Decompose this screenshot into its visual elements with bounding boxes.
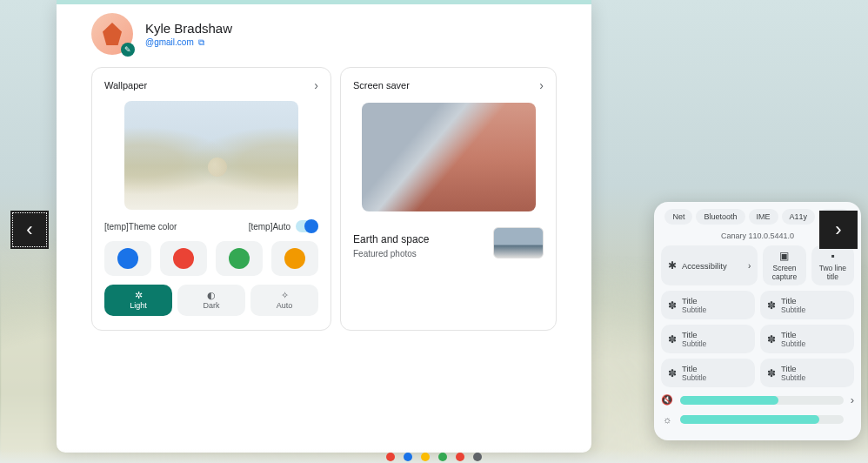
- tile-icon: ✽: [767, 299, 776, 312]
- qs-tile-accessibility[interactable]: ✱ Accessibility ›: [661, 245, 758, 285]
- tile-icon: ✽: [668, 299, 677, 312]
- qs-tile-2[interactable]: ✽ TitleSubtitle: [661, 325, 755, 353]
- mode-dark-label: Dark: [203, 301, 219, 310]
- qs-pill-a11y[interactable]: A11y: [782, 209, 816, 225]
- external-link-icon: ⧉: [198, 37, 204, 48]
- wallpaper-preview[interactable]: [124, 101, 298, 210]
- qs-tile-two-line[interactable]: ▪ Two line title: [811, 245, 854, 285]
- avatar[interactable]: ✎: [91, 13, 133, 55]
- screensaver-card: Screen saver › Earth and space Featured …: [340, 67, 557, 331]
- edit-avatar-icon[interactable]: ✎: [121, 43, 135, 57]
- theme-mode-auto[interactable]: ✧ Auto: [250, 285, 318, 316]
- theme-auto-toggle[interactable]: [296, 220, 318, 232]
- tile-title: Title: [682, 296, 706, 305]
- volume-more-icon[interactable]: ›: [851, 393, 854, 406]
- moon-icon: ◐: [207, 291, 216, 300]
- screensaver-title: Earth and space: [353, 233, 429, 245]
- brightness-slider[interactable]: [680, 415, 844, 424]
- wallpaper-header[interactable]: Wallpaper ›: [104, 78, 318, 92]
- accessibility-icon: ✱: [668, 259, 677, 272]
- wallpaper-card: Wallpaper › [temp]Theme color [temp]Auto: [91, 67, 331, 331]
- tile-sub: Subtitle: [781, 339, 805, 348]
- screen-capture-icon: ▣: [779, 250, 789, 262]
- tile-icon: ▪: [831, 250, 834, 262]
- tile-sub: Subtitle: [781, 305, 805, 314]
- qs-tile-1[interactable]: ✽ TitleSubtitle: [760, 291, 854, 319]
- theme-color-label: [temp]Theme color: [104, 222, 177, 232]
- theme-color-green[interactable]: [216, 241, 263, 276]
- user-header: ✎ Kyle Bradshaw @gmail.com ⧉: [57, 4, 591, 58]
- volume-mute-icon[interactable]: 🔇: [661, 394, 673, 406]
- qs-tile-3[interactable]: ✽ TitleSubtitle: [760, 325, 854, 353]
- qs-pill-ime[interactable]: IME: [749, 209, 778, 225]
- tile-title: Title: [682, 330, 706, 339]
- personalization-window: ✎ Kyle Bradshaw @gmail.com ⧉ Wallpaper ›…: [57, 0, 591, 453]
- theme-color-blue[interactable]: [104, 241, 151, 276]
- qs-pill-bluetooth[interactable]: Bluetooth: [696, 209, 744, 225]
- qs-tile-5[interactable]: ✽ TitleSubtitle: [760, 359, 854, 387]
- qs-screen-capture-label: Screen capture: [765, 264, 803, 281]
- screensaver-preview[interactable]: [362, 103, 536, 211]
- gallery-next-button[interactable]: ›: [819, 211, 858, 249]
- tile-sub: Subtitle: [682, 305, 706, 314]
- tile-sub: Subtitle: [682, 373, 706, 382]
- user-name: Kyle Bradshaw: [145, 21, 232, 36]
- tile-icon: ✽: [767, 367, 776, 379]
- tile-title: Title: [781, 330, 805, 339]
- tile-title: Title: [781, 364, 805, 373]
- shelf: [0, 449, 868, 463]
- qs-tile-0[interactable]: ✽ TitleSubtitle: [661, 291, 755, 319]
- tile-sub: Subtitle: [781, 373, 805, 382]
- qs-pill-net[interactable]: Net: [664, 209, 692, 225]
- user-email-text: @gmail.com: [145, 37, 194, 47]
- theme-color-orange[interactable]: [271, 241, 318, 276]
- tile-icon: ✽: [767, 333, 776, 346]
- chevron-right-icon: ›: [539, 78, 544, 92]
- theme-mode-dark[interactable]: ◐ Dark: [177, 285, 245, 316]
- brightness-icon[interactable]: ☼: [661, 414, 673, 425]
- screensaver-thumbnail[interactable]: [493, 227, 544, 258]
- theme-mode-light[interactable]: ✲ Light: [104, 285, 172, 316]
- tile-title: Title: [682, 364, 706, 373]
- volume-slider[interactable]: [680, 396, 844, 405]
- auto-icon: ✧: [281, 291, 289, 300]
- tile-sub: Subtitle: [682, 339, 706, 348]
- qs-tile-4[interactable]: ✽ TitleSubtitle: [661, 359, 755, 387]
- user-email-link[interactable]: @gmail.com ⧉: [145, 37, 232, 48]
- qs-accessibility-label: Accessibility: [682, 261, 727, 271]
- mode-auto-label: Auto: [277, 301, 293, 310]
- theme-auto-label: [temp]Auto: [249, 222, 290, 232]
- screensaver-subtitle: Featured photos: [353, 249, 429, 258]
- shelf-apps: [386, 453, 482, 461]
- screensaver-header[interactable]: Screen saver ›: [353, 78, 544, 92]
- chevron-right-icon: ›: [314, 78, 318, 92]
- tile-title: Title: [781, 296, 805, 305]
- gallery-prev-button[interactable]: ‹: [10, 211, 49, 249]
- chevron-right-icon: ›: [748, 261, 751, 271]
- tile-icon: ✽: [668, 367, 677, 379]
- qs-tile-screen-capture[interactable]: ▣ Screen capture: [763, 245, 805, 285]
- wallpaper-header-label: Wallpaper: [104, 80, 147, 91]
- theme-color-red[interactable]: [160, 241, 207, 276]
- tile-icon: ✽: [668, 333, 677, 346]
- mode-light-label: Light: [130, 301, 147, 310]
- screensaver-header-label: Screen saver: [353, 80, 410, 91]
- sun-icon: ✲: [135, 291, 143, 300]
- qs-two-line-label: Two line title: [814, 264, 851, 281]
